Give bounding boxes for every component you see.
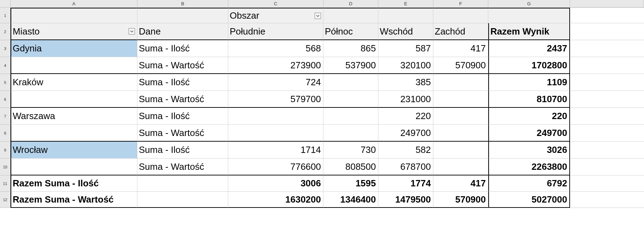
cell-E11[interactable]: 1774 — [378, 175, 433, 192]
cell-G4[interactable]: 1702800 — [488, 57, 570, 74]
cell-D4[interactable]: 537900 — [323, 57, 378, 74]
cell-D2[interactable]: Północ — [323, 23, 378, 40]
cell-E12[interactable]: 1479500 — [378, 192, 433, 208]
cell-C3[interactable]: 568 — [228, 40, 323, 57]
col-header-A[interactable]: A — [11, 0, 137, 7]
cell-E5[interactable]: 385 — [378, 74, 433, 91]
cell-D12[interactable]: 1346400 — [323, 192, 378, 208]
cell-D9[interactable]: 730 — [323, 142, 378, 159]
row-header-9[interactable]: 9 — [0, 142, 11, 159]
cell-D5[interactable] — [323, 74, 378, 91]
cell-F7[interactable] — [433, 108, 488, 125]
cell-E9[interactable]: 582 — [378, 142, 433, 159]
cell-A5[interactable]: Kraków — [11, 74, 137, 91]
cell-G10[interactable]: 2263800 — [488, 159, 570, 175]
cell-G12[interactable]: 5027000 — [488, 192, 570, 208]
cell-A9[interactable]: Wrocław — [11, 142, 137, 159]
row-header-3[interactable]: 3 — [0, 40, 11, 57]
col-header-C[interactable]: C — [228, 0, 323, 7]
cell-B8[interactable]: Suma - Wartość — [137, 125, 228, 142]
cell-D6[interactable] — [323, 91, 378, 108]
row-header-11[interactable]: 11 — [0, 175, 11, 192]
cell-B2[interactable]: Dane — [137, 23, 228, 40]
cell-A2[interactable]: Miasto — [11, 23, 137, 40]
col-header-G[interactable]: G — [488, 0, 570, 7]
col-header-B[interactable]: B — [137, 0, 228, 7]
cell-E6[interactable]: 231000 — [378, 91, 433, 108]
cell-A6[interactable] — [11, 91, 137, 108]
cell-G8[interactable]: 249700 — [488, 125, 570, 142]
cell-B10[interactable]: Suma - Wartość — [137, 159, 228, 175]
cell-G7[interactable]: 220 — [488, 108, 570, 125]
cell-C12[interactable]: 1630200 — [228, 192, 323, 208]
cell-D7[interactable] — [323, 108, 378, 125]
cell-E2[interactable]: Wschód — [378, 23, 433, 40]
cell-C4[interactable]: 273900 — [228, 57, 323, 74]
cell-G6[interactable]: 810700 — [488, 91, 570, 108]
row-header-2[interactable]: 2 — [0, 23, 11, 40]
cell-G1[interactable] — [488, 8, 570, 23]
col-header-D[interactable]: D — [323, 0, 378, 7]
cell-B4[interactable]: Suma - Wartość — [137, 57, 228, 74]
cell-A1[interactable] — [11, 8, 137, 23]
cell-C7[interactable] — [228, 108, 323, 125]
cell-B3[interactable]: Suma - Ilość — [137, 40, 228, 57]
cell-A3[interactable]: Gdynia — [11, 40, 137, 57]
cell-F11[interactable]: 417 — [433, 175, 488, 192]
selectall-corner[interactable] — [0, 0, 11, 7]
cell-C10[interactable]: 776600 — [228, 159, 323, 175]
cell-G5[interactable]: 1109 — [488, 74, 570, 91]
cell-F5[interactable] — [433, 74, 488, 91]
cell-F1[interactable] — [433, 8, 488, 23]
row-header-1[interactable]: 1 — [0, 8, 11, 23]
cell-G11[interactable]: 6792 — [488, 175, 570, 192]
cell-A7[interactable]: Warszawa — [11, 108, 137, 125]
cell-F6[interactable] — [433, 91, 488, 108]
cell-G3[interactable]: 2437 — [488, 40, 570, 57]
cell-F9[interactable] — [433, 142, 488, 159]
page-field-dropdown[interactable] — [315, 13, 321, 19]
cell-G2[interactable]: Razem Wynik — [488, 23, 570, 40]
row-field-dropdown[interactable] — [129, 28, 135, 35]
cell-F10[interactable] — [433, 159, 488, 175]
cell-F3[interactable]: 417 — [433, 40, 488, 57]
cell-D1[interactable] — [323, 8, 378, 23]
cell-B7[interactable]: Suma - Ilość — [137, 108, 228, 125]
cell-B6[interactable]: Suma - Wartość — [137, 91, 228, 108]
cell-D3[interactable]: 865 — [323, 40, 378, 57]
cell-D10[interactable]: 808500 — [323, 159, 378, 175]
cell-D11[interactable]: 1595 — [323, 175, 378, 192]
cell-A4[interactable] — [11, 57, 137, 74]
cell-C2[interactable]: Południe — [228, 23, 323, 40]
row-header-5[interactable]: 5 — [0, 74, 11, 91]
cell-C9[interactable]: 1714 — [228, 142, 323, 159]
cell-E8[interactable]: 249700 — [378, 125, 433, 142]
cell-E3[interactable]: 587 — [378, 40, 433, 57]
cell-F4[interactable]: 570900 — [433, 57, 488, 74]
cell-A8[interactable] — [11, 125, 137, 142]
cell-C11[interactable]: 3006 — [228, 175, 323, 192]
cell-E10[interactable]: 678700 — [378, 159, 433, 175]
row-header-7[interactable]: 7 — [0, 108, 11, 125]
row-header-8[interactable]: 8 — [0, 125, 11, 142]
cell-C6[interactable]: 579700 — [228, 91, 323, 108]
cell-A12[interactable]: Razem Suma - Wartość — [11, 192, 137, 208]
cell-E1[interactable] — [378, 8, 433, 23]
row-header-10[interactable]: 10 — [0, 159, 11, 175]
col-header-F[interactable]: F — [433, 0, 488, 7]
cell-F8[interactable] — [433, 125, 488, 142]
cell-C1[interactable]: Obszar — [228, 8, 323, 23]
cell-A11[interactable]: Razem Suma - Ilość — [11, 175, 137, 192]
cell-F12[interactable]: 570900 — [433, 192, 488, 208]
cell-C5[interactable]: 724 — [228, 74, 323, 91]
cell-E7[interactable]: 220 — [378, 108, 433, 125]
row-header-12[interactable]: 12 — [0, 192, 11, 208]
cell-B5[interactable]: Suma - Ilość — [137, 74, 228, 91]
cell-B1[interactable] — [137, 8, 228, 23]
row-header-6[interactable]: 6 — [0, 91, 11, 108]
cell-G9[interactable]: 3026 — [488, 142, 570, 159]
cell-A10[interactable] — [11, 159, 137, 175]
row-header-4[interactable]: 4 — [0, 57, 11, 74]
cell-F2[interactable]: Zachód — [433, 23, 488, 40]
cell-B9[interactable]: Suma - Ilość — [137, 142, 228, 159]
